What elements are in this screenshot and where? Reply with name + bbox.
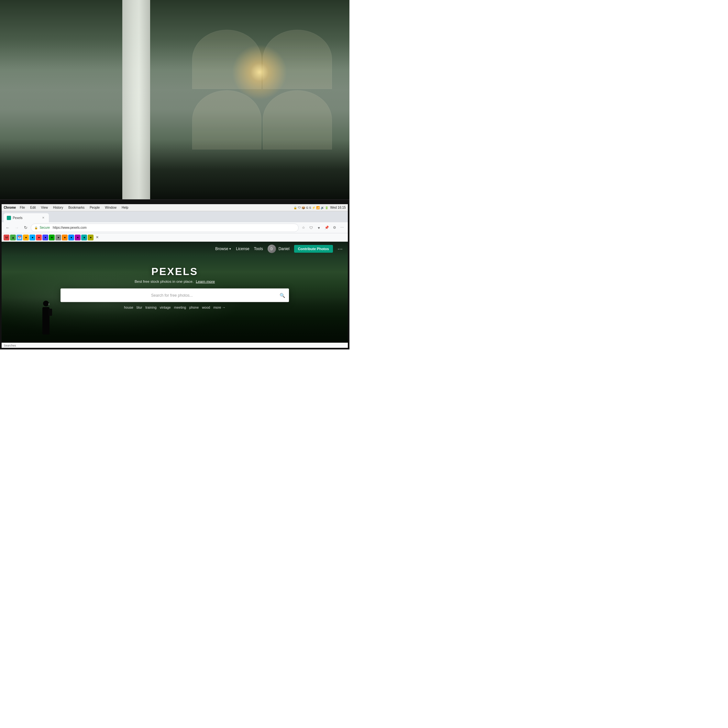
contribute-photos-button[interactable]: Contribute Photos xyxy=(294,245,333,253)
browser-extension-icon-4[interactable]: ⚙ xyxy=(331,224,338,231)
address-bar-icons: ☆ 🛡 ♥ 📌 ⚙ ⋯ xyxy=(300,224,346,231)
user-avatar[interactable]: D xyxy=(268,245,276,253)
pexels-logo-text: PEXELS xyxy=(45,265,304,277)
suggestion-wood[interactable]: wood xyxy=(202,305,210,309)
secure-lock-icon: 🔒 xyxy=(34,226,38,229)
pexels-navbar: Browse ▼ License Tools D xyxy=(2,242,347,256)
chrome-address-row: ← → ↻ 🔒 Secure https://www.pexels.com ☆ … xyxy=(2,222,347,233)
suggestion-house[interactable]: house xyxy=(124,305,133,309)
ext-icon-calendar[interactable]: 📅 xyxy=(17,235,22,240)
ext-icon-9[interactable]: ● xyxy=(75,235,81,240)
bookmarks-bar: M ▲ 📅 ● ● ● ● ● ● ● ● ● ● ● ✕ xyxy=(2,233,347,242)
bg-window-1 xyxy=(192,30,262,89)
person-legs xyxy=(42,325,49,335)
search-icon: 🔍 xyxy=(280,292,285,298)
more-label: more → xyxy=(213,305,225,309)
suggestions-more-button[interactable]: more → xyxy=(213,305,225,309)
browser-screen: Chrome File Edit View History Bookmarks … xyxy=(2,204,347,348)
browser-extension-icon-3[interactable]: 📌 xyxy=(323,224,330,231)
suggestion-meeting[interactable]: meeting xyxy=(174,305,186,309)
license-label: License xyxy=(236,246,249,251)
tagline-text: Best free stock photos in one place. xyxy=(135,279,193,283)
ext-icon-close[interactable]: ✕ xyxy=(94,235,100,240)
pexels-website: Browse ▼ License Tools D xyxy=(2,242,347,343)
menu-window[interactable]: Window xyxy=(102,205,119,210)
ext-icon-1[interactable]: ● xyxy=(23,235,29,240)
search-suggestions-row: house blur training vintage meeting phon… xyxy=(45,305,304,309)
address-bar[interactable]: 🔒 Secure https://www.pexels.com xyxy=(31,223,298,232)
pexels-license-link[interactable]: License xyxy=(236,246,249,251)
nav-more-button[interactable]: ⋯ xyxy=(338,246,343,252)
menu-file[interactable]: File xyxy=(17,205,28,210)
tab-favicon xyxy=(7,216,11,220)
menu-view[interactable]: View xyxy=(38,205,51,210)
suggestion-phone[interactable]: phone xyxy=(189,305,199,309)
pexels-nav-links: Browse ▼ License Tools D xyxy=(215,245,342,253)
ext-icon-drive[interactable]: ▲ xyxy=(10,235,16,240)
learn-more-link[interactable]: Learn more xyxy=(196,279,215,283)
secure-label: Secure xyxy=(40,226,50,229)
pexels-browse-link[interactable]: Browse ▼ xyxy=(215,246,231,251)
browser-extension-icon-2[interactable]: ♥ xyxy=(315,224,323,231)
menu-bookmarks[interactable]: Bookmarks xyxy=(66,205,87,210)
ext-icon-gmail[interactable]: M xyxy=(3,235,9,240)
chrome-status-bar: Searches xyxy=(2,343,347,348)
os-menubar: Chrome File Edit View History Bookmarks … xyxy=(2,204,347,211)
monitor-area: Chrome File Edit View History Bookmarks … xyxy=(0,199,349,349)
avatar-initial: D xyxy=(271,247,273,251)
person-backpack xyxy=(48,309,52,316)
ext-icon-10[interactable]: ● xyxy=(81,235,87,240)
pexels-search-bar[interactable]: Search for free photos... 🔍 xyxy=(61,288,289,302)
menu-edit[interactable]: Edit xyxy=(28,205,38,210)
browser-extension-icon-1[interactable]: 🛡 xyxy=(308,224,315,231)
tab-title: Pexels xyxy=(12,216,40,220)
back-button[interactable]: ← xyxy=(3,224,11,232)
forward-button[interactable]: → xyxy=(12,224,20,232)
bookmark-star-icon[interactable]: ☆ xyxy=(300,224,307,231)
browser-tab-active[interactable]: Pexels ✕ xyxy=(3,213,49,222)
pexels-tagline: Best free stock photos in one place. Lea… xyxy=(45,279,304,283)
office-photo-bg xyxy=(0,0,349,199)
browser-more-icon[interactable]: ⋯ xyxy=(339,224,346,231)
browse-label: Browse xyxy=(215,246,228,251)
search-placeholder-text: Search for free photos... xyxy=(64,293,280,297)
bg-window-4 xyxy=(263,90,332,150)
ext-icon-7[interactable]: ● xyxy=(62,235,67,240)
refresh-button[interactable]: ↻ xyxy=(22,224,29,232)
status-text: Searches xyxy=(3,344,16,347)
menu-people[interactable]: People xyxy=(87,205,102,210)
browse-chevron-icon: ▼ xyxy=(229,248,231,251)
ext-icon-6[interactable]: ● xyxy=(55,235,61,240)
suggestion-vintage[interactable]: vintage xyxy=(160,305,171,309)
menu-history[interactable]: History xyxy=(50,205,66,210)
ext-icon-5[interactable]: ● xyxy=(49,235,55,240)
pexels-hero-center: PEXELS Best free stock photos in one pla… xyxy=(45,265,304,309)
tools-label: Tools xyxy=(254,246,263,251)
bg-windows xyxy=(192,30,332,149)
bg-window-3 xyxy=(192,90,262,150)
ext-icon-4[interactable]: ● xyxy=(42,235,48,240)
tray-icons: 🔒 🛡 📦 G S ⚡ 📶 🔊 🔋 xyxy=(294,206,329,210)
suggestion-training[interactable]: training xyxy=(145,305,156,309)
ext-icon-3[interactable]: ● xyxy=(36,235,42,240)
pexels-user-section: D Daniel xyxy=(268,245,290,253)
user-name: Daniel xyxy=(278,246,290,251)
person-body xyxy=(42,307,49,325)
menu-help[interactable]: Help xyxy=(119,205,131,210)
ext-icon-11[interactable]: ● xyxy=(88,235,93,240)
os-system-tray: 🔒 🛡 📦 G S ⚡ 📶 🔊 🔋 Wed 16:15 xyxy=(294,206,346,210)
system-time: Wed 16:15 xyxy=(330,206,346,210)
chrome-tabs-bar: Pexels ✕ xyxy=(2,211,347,222)
bg-window-2 xyxy=(263,30,332,89)
app-name: Chrome xyxy=(3,206,16,210)
suggestion-blur[interactable]: blur xyxy=(136,305,142,309)
url-text: https://www.pexels.com xyxy=(53,226,86,229)
ext-icon-8[interactable]: ● xyxy=(68,235,74,240)
tab-close-button[interactable]: ✕ xyxy=(41,216,46,220)
pillar-left xyxy=(122,0,150,199)
pexels-tools-link[interactable]: Tools xyxy=(254,246,263,251)
background-photo xyxy=(0,0,349,199)
ext-icon-2[interactable]: ● xyxy=(29,235,35,240)
page-wrapper: Chrome File Edit View History Bookmarks … xyxy=(0,0,349,349)
